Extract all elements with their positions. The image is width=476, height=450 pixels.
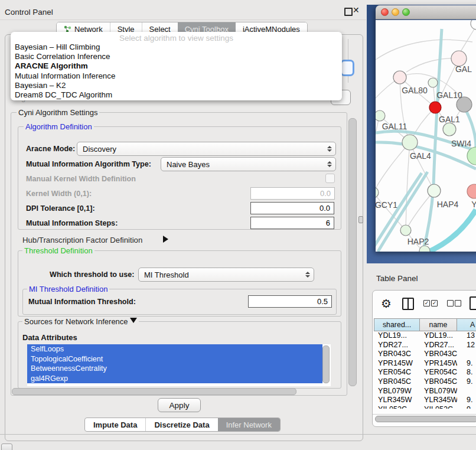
- checked-checkbox-icon[interactable]: ✓: [423, 300, 430, 306]
- zoom-traffic-light-icon[interactable]: [402, 8, 410, 16]
- table-cell: 12: [457, 341, 476, 350]
- mi-threshold-input[interactable]: 0.5: [248, 295, 332, 308]
- unchecked-checkbox-icon[interactable]: [455, 300, 461, 306]
- tab-impute-data[interactable]: Impute Data: [85, 418, 145, 431]
- table-horizontal-scrollbar[interactable]: [373, 414, 476, 422]
- algorithm-option-list: Bayesian – Hill ClimbingBasic Correlatio…: [11, 43, 342, 100]
- sources-group-title: Sources for Network Inference: [22, 317, 139, 326]
- table-cell: YDL19...: [374, 331, 420, 341]
- network-node[interactable]: [402, 135, 418, 150]
- table-cell: 9.: [457, 359, 476, 369]
- algorithm-dropdown-popup: Select algorithm to view settings Bayesi…: [11, 32, 342, 100]
- network-node[interactable]: [467, 184, 476, 198]
- expand-arrow-icon[interactable]: [163, 236, 168, 243]
- network-node[interactable]: [419, 246, 430, 252]
- aracne-mode-select[interactable]: Discovery: [77, 142, 336, 156]
- which-threshold-select[interactable]: MI Threshold: [138, 268, 314, 282]
- table-toolbar: ⚙ ✓ ✓: [373, 295, 476, 313]
- table-cell: YBR043C: [420, 350, 457, 359]
- table-panel-title: Table Panel: [376, 274, 418, 283]
- settings-horizontal-scrollbar[interactable]: [12, 388, 296, 395]
- collapse-arrow-icon[interactable]: [130, 318, 137, 323]
- attribute-list-item[interactable]: SelfLoops: [27, 344, 322, 354]
- network-node[interactable]: [443, 123, 456, 136]
- mi-steps-input[interactable]: 6: [250, 217, 334, 229]
- minimize-traffic-light-icon[interactable]: [392, 8, 399, 16]
- unchecked-checkbox-icon[interactable]: [447, 300, 454, 306]
- apply-button[interactable]: Apply: [158, 398, 201, 412]
- table-row[interactable]: YPR145WYPR145W9.: [374, 359, 476, 369]
- combo-arrows-icon: [327, 146, 332, 152]
- restore-panel-button[interactable]: [1, 444, 12, 450]
- data-attributes-list[interactable]: SelfLoopsTopologicalCoefficientBetweenne…: [27, 344, 331, 386]
- table-cell: YDR27...: [374, 341, 420, 350]
- network-node[interactable]: [428, 184, 441, 197]
- table-cell: 8.: [457, 368, 476, 377]
- tab-infer-network[interactable]: Infer Network: [218, 418, 280, 431]
- kernel-width-input[interactable]: 0.0: [250, 187, 335, 200]
- manual-kernel-label: Manual Kernel Width Definition: [26, 175, 136, 183]
- table-row[interactable]: YIL052CYIL052C9: [374, 405, 476, 409]
- table-cell: YLR345W: [374, 396, 420, 405]
- gear-icon[interactable]: ⚙: [381, 296, 392, 311]
- table-cell: YDR27...: [420, 341, 457, 350]
- network-view-window[interactable]: GALGAL80GAL10GAL11GAL1SWI4GAL4GCY1HAP4YH…: [376, 5, 476, 252]
- attributes-scrollbar[interactable]: [322, 345, 330, 383]
- mi-threshold-group-title: MI Threshold Definition: [27, 285, 109, 294]
- algorithm-option[interactable]: Mutual Information Inference: [11, 71, 342, 81]
- table-cell: [457, 350, 476, 359]
- document-icon[interactable]: [470, 296, 476, 310]
- table-cell: 9.: [457, 396, 476, 405]
- hub-definition-label[interactable]: Hub/Transcription Factor Definition: [22, 236, 142, 244]
- network-node[interactable]: [429, 102, 441, 113]
- mi-type-select[interactable]: Naive Bayes: [161, 157, 336, 171]
- attribute-list-item[interactable]: gal4RGexp: [27, 374, 322, 384]
- network-node[interactable]: [400, 225, 411, 236]
- network-canvas[interactable]: GALGAL80GAL10GAL11GAL1SWI4GAL4GCY1HAP4YH…: [376, 20, 476, 252]
- attribute-list-item[interactable]: BetweennessCentrality: [27, 364, 322, 374]
- network-node[interactable]: [471, 20, 476, 30]
- table-body: YDL19...YDL19...13YDR27...YDR27...12YBR0…: [374, 331, 476, 409]
- algorithm-option[interactable]: Basic Correlation Inference: [11, 52, 342, 61]
- network-node[interactable]: [393, 71, 406, 84]
- column-header[interactable]: name: [420, 318, 457, 331]
- cyni-mode-tabbar: Impute Data Discretize Data Infer Networ…: [84, 418, 281, 432]
- close-icon[interactable]: ✕: [353, 5, 360, 15]
- attribute-list-item[interactable]: TopologicalCoefficient: [27, 354, 322, 364]
- table-cell: [457, 387, 476, 396]
- close-traffic-light-icon[interactable]: [381, 8, 389, 16]
- table-row[interactable]: YLR345WYLR345W9.: [374, 396, 476, 405]
- network-window-titlebar[interactable]: [376, 5, 476, 19]
- column-header[interactable]: A: [457, 318, 476, 331]
- table-cell: 13: [457, 331, 476, 341]
- splitter-grip[interactable]: [358, 216, 363, 223]
- network-node[interactable]: [467, 147, 476, 165]
- tab-discretize-data[interactable]: Discretize Data: [145, 418, 217, 431]
- network-node[interactable]: [376, 110, 385, 121]
- network-node-label: GAL: [455, 64, 472, 74]
- table-cell: YBR045C: [420, 377, 457, 387]
- table-row[interactable]: YDL19...YDL19...13: [374, 331, 476, 341]
- network-node[interactable]: [428, 78, 438, 87]
- dpi-tolerance-input[interactable]: 0.0: [250, 202, 334, 214]
- settings-vertical-scrollbar[interactable]: [348, 118, 357, 386]
- algorithm-option[interactable]: Dream8 DC_TDC Algorithm: [11, 90, 342, 100]
- table-row[interactable]: YBR045CYBR045C9.: [374, 377, 476, 387]
- scrollbar-thumb[interactable]: [375, 416, 476, 422]
- algorithm-option[interactable]: ARACNE Algorithm: [11, 61, 342, 71]
- split-columns-icon[interactable]: [402, 298, 414, 310]
- checked-checkbox-icon[interactable]: ✓: [431, 300, 438, 306]
- manual-kernel-checkbox[interactable]: [325, 174, 335, 183]
- table-cell: 9: [457, 405, 476, 409]
- combo-arrows-icon: [327, 161, 332, 167]
- table-row[interactable]: YBR043CYBR043C: [374, 350, 476, 359]
- float-panel-icon[interactable]: [344, 8, 353, 16]
- algorithm-option[interactable]: Bayesian – Hill Climbing: [11, 43, 342, 52]
- table-row[interactable]: YBL079WYBL079W: [374, 387, 476, 396]
- algorithm-option[interactable]: Bayesian – K2: [11, 81, 342, 90]
- network-node[interactable]: [376, 187, 379, 198]
- column-header[interactable]: shared...: [374, 318, 420, 331]
- table-row[interactable]: YER054CYER054C8.: [374, 368, 476, 377]
- table-row[interactable]: YDR27...YDR27...12: [374, 341, 476, 350]
- titlebar-divider: [0, 19, 366, 20]
